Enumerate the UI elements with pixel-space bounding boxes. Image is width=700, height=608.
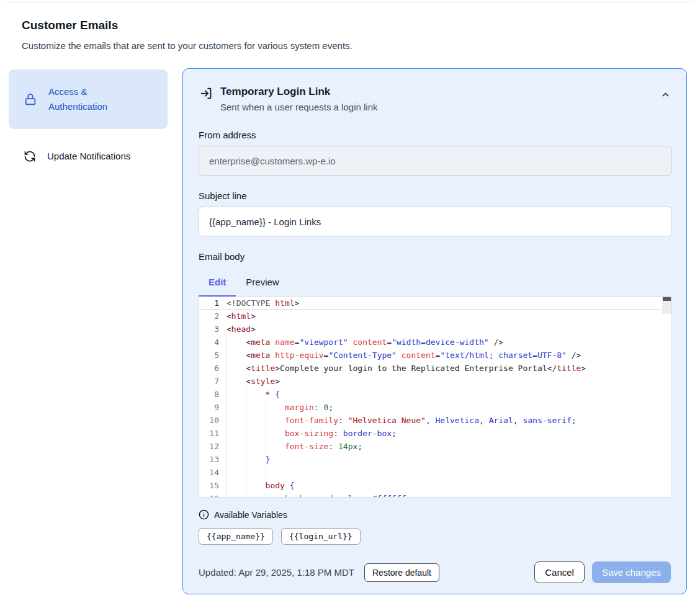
line-number: 2 bbox=[199, 310, 227, 323]
from-address-label: From address bbox=[199, 130, 671, 140]
code-text: font-family: "Helvetica Neue", Helvetica… bbox=[227, 414, 577, 427]
indent-guide bbox=[227, 492, 246, 498]
chevron-up-icon[interactable] bbox=[660, 89, 671, 100]
indent-guide bbox=[227, 401, 246, 414]
indent-guide bbox=[246, 440, 265, 453]
indent-guide bbox=[246, 427, 265, 440]
panel-title: Temporary Login Link bbox=[220, 84, 377, 99]
indent-guide bbox=[246, 492, 265, 498]
restore-default-button[interactable]: Restore default bbox=[364, 563, 439, 582]
code-line: 15body { bbox=[199, 479, 671, 492]
indent-guide bbox=[227, 349, 246, 362]
indent-guide bbox=[266, 466, 285, 479]
indent-guide bbox=[227, 466, 246, 479]
code-text: font-size: 14px; bbox=[227, 440, 362, 453]
line-number: 9 bbox=[199, 401, 227, 414]
indent-guide bbox=[227, 362, 246, 375]
save-changes-button[interactable]: Save changes bbox=[592, 561, 671, 583]
code-text: body { bbox=[227, 479, 295, 492]
code-line: 7<style> bbox=[199, 375, 671, 388]
indent-guide bbox=[246, 414, 265, 427]
lock-icon bbox=[24, 92, 37, 106]
code-text: } bbox=[227, 453, 270, 466]
editor-scrollbar-thumb[interactable] bbox=[663, 297, 671, 301]
email-types-sidebar: Access & AuthenticationUpdate Notificati… bbox=[9, 69, 168, 172]
indent-guide bbox=[227, 440, 246, 453]
login-icon bbox=[200, 87, 213, 100]
from-address-input[interactable] bbox=[199, 146, 672, 176]
indent-guide bbox=[246, 479, 265, 492]
line-number: 8 bbox=[199, 388, 227, 401]
indent-guide bbox=[227, 336, 246, 349]
code-line: 12font-size: 14px; bbox=[199, 440, 671, 453]
indent-guide bbox=[227, 414, 246, 427]
line-number: 13 bbox=[199, 453, 227, 466]
indent-guide bbox=[227, 427, 246, 440]
line-number: 1 bbox=[199, 297, 227, 309]
page-title: Customer Emails bbox=[22, 19, 580, 32]
page-subtitle: Customize the emails that are sent to yo… bbox=[22, 40, 580, 51]
line-number: 3 bbox=[199, 323, 227, 336]
variable-chips: {{app_name}}{{login_url}} bbox=[199, 528, 671, 545]
code-line: 4<meta name="viewport" content="width=de… bbox=[199, 336, 671, 349]
code-line: 6<title>Complete your login to the Repli… bbox=[199, 362, 671, 375]
sidebar-item-label: Update Notifications bbox=[47, 149, 130, 164]
line-number: 6 bbox=[199, 362, 227, 375]
variable-chip[interactable]: {{app_name}} bbox=[199, 528, 273, 545]
previous-card-bottom-edge bbox=[6, 0, 694, 3]
info-icon bbox=[199, 509, 209, 520]
line-number: 16 bbox=[199, 492, 227, 498]
code-text: <meta name="viewport" content="width=dev… bbox=[227, 336, 503, 349]
subject-line-label: Subject line bbox=[199, 190, 671, 201]
indent-guide bbox=[246, 401, 265, 414]
indent-guide bbox=[266, 414, 285, 427]
line-number: 15 bbox=[199, 479, 227, 492]
indent-guide bbox=[227, 375, 246, 388]
cancel-button[interactable]: Cancel bbox=[534, 561, 585, 583]
tab-edit[interactable]: Edit bbox=[199, 270, 236, 296]
code-text: box-sizing: border-box; bbox=[227, 427, 397, 440]
indent-guide bbox=[266, 492, 285, 498]
code-line: 8* { bbox=[199, 388, 671, 401]
indent-guide bbox=[227, 479, 246, 492]
code-line: 16background-color: #ffffff; bbox=[199, 492, 671, 498]
line-number: 4 bbox=[199, 336, 227, 349]
code-line: 10font-family: "Helvetica Neue", Helveti… bbox=[199, 414, 671, 427]
code-line: 1<!DOCTYPE html> bbox=[199, 297, 671, 310]
available-variables-label: Available Variables bbox=[214, 510, 287, 520]
line-number: 11 bbox=[199, 427, 227, 440]
sidebar-item-label: Access & Authentication bbox=[48, 84, 135, 114]
email-body-label: Email body bbox=[199, 251, 671, 262]
line-number: 12 bbox=[199, 440, 227, 453]
code-line: 9margin: 0; bbox=[199, 401, 671, 414]
line-number: 5 bbox=[199, 349, 227, 362]
indent-guide bbox=[227, 453, 246, 466]
code-line: 14 bbox=[199, 466, 671, 479]
code-text: <head> bbox=[227, 323, 256, 336]
code-line: 11box-sizing: border-box; bbox=[199, 427, 671, 440]
code-text: background-color: #ffffff; bbox=[227, 492, 411, 498]
code-text: <style> bbox=[227, 375, 280, 388]
line-number: 14 bbox=[199, 466, 227, 479]
tab-preview[interactable]: Preview bbox=[236, 270, 289, 296]
code-text: * { bbox=[227, 388, 280, 401]
indent-guide bbox=[266, 401, 285, 414]
sidebar-item-access-authentication[interactable]: Access & Authentication bbox=[9, 69, 168, 129]
indent-guide bbox=[266, 440, 285, 453]
code-line: 3<head> bbox=[199, 323, 671, 336]
indent-guide bbox=[266, 427, 285, 440]
code-editor[interactable]: 1<!DOCTYPE html>2<html>3<head>4<meta nam… bbox=[199, 297, 672, 498]
email-settings-panel: Temporary Login Link Sent when a user re… bbox=[182, 68, 687, 594]
code-text: <title>Complete your login to the Replic… bbox=[227, 362, 586, 375]
line-number: 10 bbox=[199, 414, 227, 427]
indent-guide bbox=[246, 453, 265, 466]
code-text bbox=[227, 466, 285, 479]
code-text: <meta http-equiv="Content-Type" content=… bbox=[227, 349, 581, 362]
indent-guide bbox=[246, 388, 265, 401]
sidebar-item-update-notifications[interactable]: Update Notifications bbox=[9, 141, 168, 172]
variable-chip[interactable]: {{login_url}} bbox=[281, 528, 361, 545]
email-body-tabs: EditPreview bbox=[199, 270, 671, 297]
code-line: 13} bbox=[199, 453, 671, 466]
subject-line-input[interactable] bbox=[199, 207, 672, 236]
updated-timestamp: Updated: Apr 29, 2025, 1:18 PM MDT bbox=[199, 567, 354, 578]
